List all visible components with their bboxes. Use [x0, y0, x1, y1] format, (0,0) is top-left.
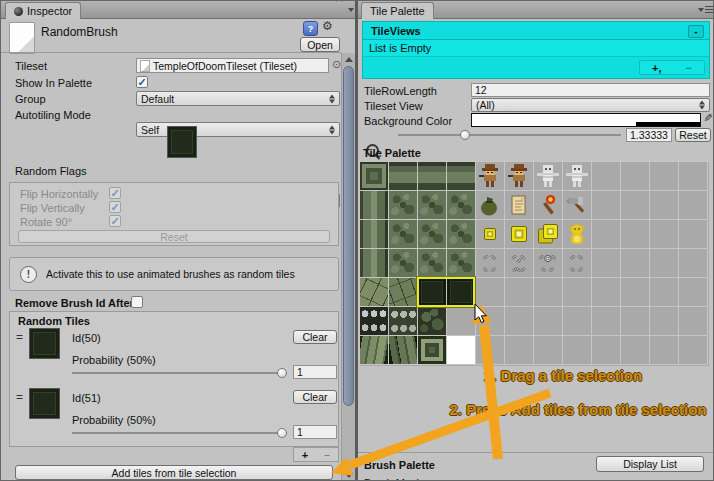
tile-cell-adv[interactable] — [476, 162, 505, 191]
tile-cell-empty[interactable] — [534, 307, 563, 336]
slider-handle[interactable] — [460, 130, 470, 140]
tile-cell-whip4[interactable]: ◜ ◝◟ ◞ — [563, 249, 592, 278]
tile-cell-empty[interactable] — [592, 249, 621, 278]
add-tiles-from-selection-button[interactable]: Add tiles from tile selection — [15, 465, 333, 480]
tile-cell-bag[interactable] — [476, 191, 505, 220]
tileset-view-dropdown[interactable]: (All) — [471, 98, 710, 112]
tileset-object-field[interactable]: TempleOfDoomTileset (Tileset) — [136, 58, 329, 73]
tile-cell-lintel[interactable] — [418, 162, 447, 191]
help-icon[interactable]: ? — [303, 21, 318, 36]
remove-item-button[interactable]: − — [324, 449, 330, 461]
tile-cell-col[interactable] — [360, 220, 389, 249]
tile-cell-empty[interactable] — [534, 278, 563, 307]
slider-handle[interactable] — [277, 428, 287, 438]
tile-cell-empty[interactable] — [592, 162, 621, 191]
tile-cell-pat[interactable] — [389, 220, 418, 249]
tileviews-add-button[interactable]: +, — [652, 62, 661, 74]
tile-cell-frame2[interactable] — [418, 336, 447, 365]
tile-cell-empty[interactable] — [650, 249, 679, 278]
tile-cell-empty[interactable] — [476, 278, 505, 307]
zoom-value-field[interactable]: 1.33333 — [626, 128, 672, 142]
tile-cell-empty[interactable] — [650, 307, 679, 336]
tile-cell-skull2[interactable] — [389, 307, 418, 336]
probability-slider[interactable] — [72, 368, 287, 378]
tile-cell-empty[interactable] — [592, 220, 621, 249]
object-picker-icon[interactable]: ⊙ — [332, 58, 341, 71]
tile-cell-frame[interactable] — [360, 162, 389, 191]
tile-cell-empty[interactable] — [621, 191, 650, 220]
add-item-button[interactable]: + — [302, 449, 308, 461]
display-list-button[interactable]: Display List — [596, 456, 704, 472]
tile-cell-mummy[interactable] — [534, 162, 563, 191]
tile-cell-col[interactable] — [360, 191, 389, 220]
tile-cell-empty[interactable] — [621, 162, 650, 191]
tile-cell-lintel[interactable] — [447, 162, 476, 191]
tile-cell-col[interactable] — [360, 249, 389, 278]
tab-tile-palette[interactable]: Tile Palette — [361, 2, 434, 19]
tile-cell-scroll[interactable] — [505, 191, 534, 220]
tile-cell-empty[interactable] — [592, 336, 621, 365]
tile-cell-empty[interactable] — [679, 162, 708, 191]
remove-brush-id-checkbox[interactable] — [131, 296, 143, 308]
tile-cell-gold2[interactable] — [505, 220, 534, 249]
tile-cell-mummy[interactable] — [563, 162, 592, 191]
tile-cell-empty[interactable] — [563, 278, 592, 307]
tile-cell-rocky[interactable] — [418, 307, 447, 336]
tile-cell-empty[interactable] — [592, 278, 621, 307]
tile-cell-empty[interactable] — [621, 220, 650, 249]
tile-cell-empty[interactable] — [679, 249, 708, 278]
tile-cell-empty[interactable] — [534, 336, 563, 365]
tile-cell-stairs[interactable] — [360, 336, 389, 365]
tile-cell-empty[interactable] — [621, 278, 650, 307]
clear-button[interactable]: Clear — [293, 330, 337, 344]
tile-cell-empty[interactable] — [679, 307, 708, 336]
tile-cell-skull[interactable] — [360, 307, 389, 336]
tile-cell-pat[interactable] — [447, 220, 476, 249]
panel-menu-icon[interactable] — [698, 6, 714, 13]
tile-cell-empty[interactable] — [679, 278, 708, 307]
tile-cell-empty[interactable] — [621, 249, 650, 278]
scrollbar-thumb[interactable] — [343, 66, 354, 406]
clear-button[interactable]: Clear — [293, 390, 337, 404]
tile-cell-whip3[interactable]: ◜⊕◝◟ ◞ — [534, 249, 563, 278]
tile-grid[interactable]: ◜ ◝◟ ◞◜◞◝◞◟◞◜⊕◝◟ ◞◜ ◝◟ ◞ — [359, 161, 709, 366]
tile-cell-empty[interactable] — [476, 336, 505, 365]
show-in-palette-checkbox[interactable]: ✓ — [136, 76, 148, 88]
tile-cell-gold3[interactable] — [534, 220, 563, 249]
scroll-down-icon[interactable] — [345, 473, 353, 478]
slider-handle[interactable] — [277, 368, 287, 378]
tile-cell-whip2[interactable]: ◜◞◝◞◟◞ — [505, 249, 534, 278]
tileviews-remove-button[interactable]: − — [686, 62, 692, 74]
tile-cell-axe[interactable] — [563, 191, 592, 220]
tile-cell-empty[interactable] — [592, 307, 621, 336]
tile-cell-empty[interactable] — [650, 278, 679, 307]
tile-cell-empty[interactable] — [505, 336, 534, 365]
tile-cell-cracked[interactable] — [360, 278, 389, 307]
tile-cell-white[interactable] — [447, 336, 476, 365]
background-color-swatch[interactable] — [471, 113, 701, 127]
tile-cell-pat[interactable] — [418, 249, 447, 278]
inspector-scrollbar[interactable] — [341, 53, 355, 481]
tile-cell-pat[interactable] — [418, 191, 447, 220]
drag-handle[interactable]: = — [16, 390, 23, 404]
tile-cell-pat[interactable] — [389, 249, 418, 278]
drag-handle[interactable]: = — [16, 330, 23, 344]
tile-cell-dark[interactable] — [447, 278, 476, 307]
tile-cell-pat[interactable] — [447, 191, 476, 220]
probability-slider[interactable] — [72, 428, 287, 438]
tile-cell-empty[interactable] — [650, 162, 679, 191]
tile-cell-empty[interactable] — [679, 220, 708, 249]
tile-cell-stairs2[interactable] — [389, 336, 418, 365]
group-dropdown[interactable]: Default — [136, 91, 340, 106]
tile-cell-empty[interactable] — [505, 278, 534, 307]
tileviews-collapse-button[interactable]: - — [688, 25, 704, 38]
tile-cell-empty[interactable] — [679, 336, 708, 365]
tile-cell-lintel[interactable] — [389, 162, 418, 191]
tile-cell-empty[interactable] — [505, 307, 534, 336]
tile-cell-pat[interactable] — [389, 191, 418, 220]
tile-cell-empty[interactable] — [447, 307, 476, 336]
probability-value-field[interactable]: 1 — [293, 365, 337, 379]
tile-cell-empty[interactable] — [650, 220, 679, 249]
tile-cell-torch[interactable] — [534, 191, 563, 220]
tile-cell-whip1[interactable]: ◜ ◝◟ ◞ — [476, 249, 505, 278]
